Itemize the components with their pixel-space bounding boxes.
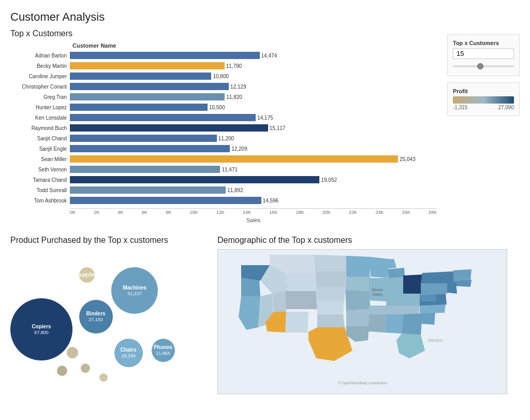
x-tick: 22K bbox=[349, 210, 357, 215]
svg-text:Illinois: Illinois bbox=[372, 287, 383, 292]
us-map-svg: Illinois States Mexico © OpenStreetMap c… bbox=[218, 250, 507, 389]
top-x-input[interactable] bbox=[453, 48, 514, 59]
bar bbox=[70, 197, 261, 204]
x-tick: 2K bbox=[94, 210, 99, 215]
bar-area: 25,043 bbox=[70, 154, 437, 164]
bubble-value: 67,800 bbox=[34, 330, 49, 335]
bar-value: 14,175 bbox=[257, 115, 273, 121]
x-tick: 10K bbox=[189, 210, 198, 215]
bar bbox=[70, 93, 225, 100]
state-nd bbox=[314, 255, 347, 271]
bar bbox=[70, 114, 256, 121]
x-tick: 26K bbox=[402, 210, 410, 215]
bubble-chart: Copiers67,800Machines51,237Binders27,150… bbox=[10, 249, 207, 394]
state-or bbox=[241, 278, 260, 296]
map-title: Demographic of the Top x customers bbox=[217, 236, 520, 245]
bar-row: Sanjit Engle12,209 bbox=[10, 144, 437, 153]
bubble-section: Product Purchased by the Top x customers… bbox=[10, 236, 217, 394]
state-sd bbox=[315, 271, 346, 287]
bubble-chart-title: Product Purchased by the Top x customers bbox=[10, 236, 217, 245]
bubble-value: 11,964 bbox=[156, 351, 170, 356]
bubble-value: 51,237 bbox=[127, 291, 142, 296]
state-ga bbox=[402, 313, 422, 335]
bar-rows: Adrian Barton14,474Becky Martin11,790Car… bbox=[10, 51, 437, 205]
bar bbox=[70, 176, 319, 183]
bar-row: Caroline Jumper10,800 bbox=[10, 71, 437, 81]
bubble-name: Chairs bbox=[120, 347, 136, 353]
x-tick: 28K bbox=[429, 210, 437, 215]
bar-value: 10,500 bbox=[209, 105, 225, 110]
x-tick: 16K bbox=[269, 210, 277, 215]
bar-value: 11,790 bbox=[226, 63, 242, 69]
bar-area: 11,200 bbox=[70, 134, 437, 143]
x-tick: 20K bbox=[322, 210, 331, 215]
bar bbox=[70, 124, 268, 132]
state-co bbox=[285, 291, 317, 312]
bubble-name: Copiers bbox=[32, 324, 51, 330]
bar bbox=[70, 166, 220, 173]
bar bbox=[70, 104, 208, 111]
bubble-small bbox=[67, 347, 78, 358]
top-x-label: Top x Customers bbox=[453, 40, 514, 46]
bar-area: 10,800 bbox=[70, 71, 437, 81]
right-controls: Top x Customers Profit -1,315 27,090 bbox=[437, 29, 520, 223]
bubble-name: Phones bbox=[154, 344, 172, 351]
bar-area: 12,129 bbox=[70, 82, 437, 91]
bar-area: 14,474 bbox=[70, 51, 437, 60]
bar-label: Sean Miller bbox=[10, 156, 70, 162]
chart-column-header: Customer Name bbox=[10, 42, 437, 49]
slider-track[interactable] bbox=[453, 65, 514, 67]
state-ny bbox=[421, 271, 455, 283]
bar bbox=[70, 83, 229, 90]
bar-area: 12,209 bbox=[70, 144, 437, 153]
state-sc bbox=[421, 312, 435, 325]
bar-row: Tamara Chand19,052 bbox=[10, 175, 437, 184]
bar-value: 11,820 bbox=[226, 94, 242, 100]
bar bbox=[70, 73, 211, 80]
x-axis: 0K2K4K6K8K10K12K14K16K18K20K22K24K26K28K… bbox=[10, 208, 437, 223]
bar-value: 12,209 bbox=[231, 146, 247, 152]
state-nj-area bbox=[447, 282, 457, 294]
bar-row: Christopher Conant12,129 bbox=[10, 82, 437, 91]
profit-label: Profit bbox=[453, 88, 514, 94]
bar-area: 11,820 bbox=[70, 92, 437, 102]
bar-label: Tamara Chand bbox=[10, 177, 70, 183]
profit-max: 27,090 bbox=[498, 105, 514, 110]
x-tick: 4K bbox=[118, 210, 124, 215]
bubble-Binders: Binders27,150 bbox=[79, 300, 113, 334]
bar-row: Ken Lonsdale14,175 bbox=[10, 113, 437, 122]
bar-row: Raymond Buch15,117 bbox=[10, 123, 437, 133]
bar-label: Caroline Jumper bbox=[10, 74, 70, 79]
page-title: Customer Analysis bbox=[10, 10, 520, 24]
map-container: Illinois States Mexico © OpenStreetMap c… bbox=[217, 249, 507, 394]
bubble-Copiers: Copiers67,800 bbox=[10, 298, 72, 360]
state-wy bbox=[285, 273, 316, 291]
bar-area: 19,052 bbox=[70, 175, 437, 184]
bubble-name: Binders bbox=[86, 311, 105, 317]
bubble-Phones: Phones11,964 bbox=[152, 339, 175, 362]
bar-area: 14,596 bbox=[70, 196, 437, 205]
mexico-label: Mexico bbox=[428, 338, 443, 343]
bar-area: 11,892 bbox=[70, 185, 437, 195]
bubble-value: 18,294 bbox=[121, 353, 136, 358]
x-tick: 18K bbox=[296, 210, 304, 215]
bar-label: Becky Martin bbox=[10, 63, 70, 69]
bar-value: 12,129 bbox=[230, 84, 246, 90]
bar bbox=[70, 62, 225, 69]
bar-row: Todd Sumrall11,892 bbox=[10, 185, 437, 195]
x-tick: 8K bbox=[166, 210, 171, 215]
map-section: Demographic of the Top x customers bbox=[217, 236, 520, 394]
bar-label: Sanjit Chand bbox=[10, 136, 70, 141]
slider-thumb[interactable] bbox=[477, 63, 483, 69]
bubble-value: 27,150 bbox=[89, 317, 103, 322]
x-tick: 12K bbox=[216, 210, 225, 215]
x-axis-label: Sales bbox=[70, 217, 437, 223]
bar-row: Sanjit Chand11,200 bbox=[10, 134, 437, 143]
state-mn bbox=[346, 256, 371, 278]
bar-value: 25,043 bbox=[400, 156, 416, 162]
state-ar bbox=[346, 309, 371, 326]
bar-label: Greg Tran bbox=[10, 94, 70, 100]
bubble-small bbox=[99, 373, 108, 382]
bar-area: 14,175 bbox=[70, 113, 437, 122]
bubble-small bbox=[57, 366, 67, 376]
